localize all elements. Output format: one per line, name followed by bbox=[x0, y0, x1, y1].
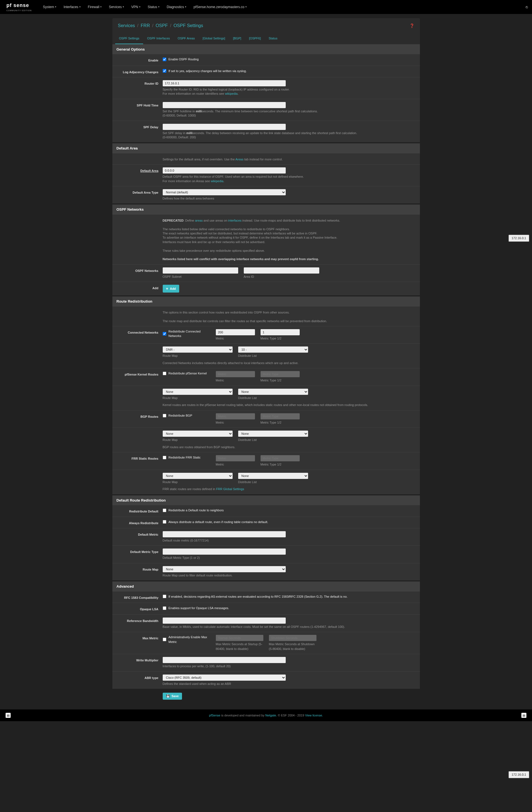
select-abr-type[interactable]: Cisco (RFC 3509, default) bbox=[163, 675, 286, 681]
logo-text: pf sense bbox=[6, 2, 29, 8]
tab-ospf-interfaces[interactable]: OSPF Interfaces bbox=[143, 33, 174, 44]
select-frr-distlist[interactable]: None bbox=[238, 473, 308, 479]
link-areas-tab[interactable]: Areas bbox=[235, 158, 244, 161]
save-button[interactable]: 💾Save bbox=[163, 693, 182, 700]
input-default-area[interactable] bbox=[163, 168, 286, 174]
desc-enable: Enable OSPF Routing bbox=[169, 57, 199, 62]
nav-diagnostics[interactable]: Diagnostics▾ bbox=[163, 1, 189, 13]
label-opaque-lsa: Opaque LSA bbox=[112, 606, 163, 612]
input-frr-mtype[interactable] bbox=[261, 455, 300, 461]
scroll-bottom-icon[interactable]: ▤ bbox=[521, 713, 527, 718]
link-frr-global[interactable]: FRR Global Settings bbox=[216, 487, 244, 491]
input-router-id[interactable] bbox=[163, 80, 286, 86]
input-write-multiplier[interactable] bbox=[163, 657, 286, 663]
input-spf-hold[interactable] bbox=[163, 102, 286, 108]
tab-ospf-areas[interactable]: OSPF Areas bbox=[174, 33, 199, 44]
input-conn-metric[interactable] bbox=[216, 329, 255, 335]
brand-logo[interactable]: pf sense COMMUNITY EDITION bbox=[4, 1, 34, 13]
label-default-area[interactable]: Default Area bbox=[112, 168, 163, 183]
checkbox-enable[interactable] bbox=[163, 58, 166, 61]
label-defroute-routemap: Route Map bbox=[112, 566, 163, 578]
add-network-button[interactable]: +Add bbox=[163, 285, 179, 292]
input-bgp-metric[interactable] bbox=[216, 413, 255, 419]
tab-ospf6[interactable]: [OSPF6] bbox=[245, 33, 265, 44]
crumb-ospf-settings[interactable]: OSPF Settings bbox=[174, 23, 203, 29]
select-bgp-distlist[interactable]: None bbox=[238, 431, 308, 437]
crumb-frr[interactable]: FRR bbox=[141, 23, 150, 29]
input-kernel-metric[interactable] bbox=[216, 371, 255, 377]
input-mm-shutdown[interactable] bbox=[269, 635, 316, 641]
checkbox-always-redist[interactable] bbox=[163, 520, 166, 524]
nav-interfaces[interactable]: Interfaces▾ bbox=[60, 1, 84, 13]
select-frr-routemap[interactable]: None bbox=[163, 473, 233, 479]
breadcrumb: Services/ FRR/ OSPF/ OSPF Settings ❓ bbox=[112, 18, 420, 33]
sublabel-routemap: Route Map bbox=[163, 353, 233, 358]
input-spf-delay[interactable] bbox=[163, 124, 286, 130]
input-default-metric[interactable] bbox=[163, 531, 286, 537]
label-log-adjacency: Log Adjacency Changes bbox=[112, 69, 163, 75]
checkbox-frr-static[interactable] bbox=[163, 456, 166, 459]
nav-system[interactable]: System▾ bbox=[40, 1, 59, 13]
link-wikipedia-area[interactable]: wikipedia bbox=[211, 179, 224, 183]
select-defroute-routemap[interactable]: None bbox=[163, 566, 286, 572]
link-netgate[interactable]: Netgate. bbox=[265, 714, 277, 717]
help-bgp: BGP routes are routes obtained from BGP … bbox=[163, 445, 414, 449]
input-ospf-subnet[interactable] bbox=[163, 267, 238, 274]
checkbox-max-metric[interactable] bbox=[163, 638, 166, 641]
help-icon[interactable]: ❓ bbox=[409, 23, 414, 29]
desc-log-adjacency: If set to yes, adjacency changes will be… bbox=[169, 69, 247, 73]
nav-firewall[interactable]: Firewall▾ bbox=[84, 1, 105, 13]
crumb-services[interactable]: Services bbox=[118, 23, 135, 29]
link-pfsense[interactable]: pfSense bbox=[209, 714, 220, 717]
help-default-area: Default OSPF area for this instance of O… bbox=[163, 175, 414, 183]
logout-icon[interactable]: ⎋ bbox=[526, 4, 528, 10]
label-default-metric: Default Metric bbox=[112, 531, 163, 542]
label-connected-networks: Connected Networks bbox=[112, 329, 163, 341]
select-kernel-distlist[interactable]: None bbox=[238, 389, 308, 395]
checkbox-opaque-lsa[interactable] bbox=[163, 606, 166, 610]
input-kernel-mtype[interactable] bbox=[261, 371, 300, 377]
label-spf-delay: SPF Delay bbox=[112, 124, 163, 140]
select-kernel-routemap[interactable]: None bbox=[163, 389, 233, 395]
checkbox-rfc1583[interactable] bbox=[163, 595, 166, 598]
nav-status[interactable]: Status▾ bbox=[144, 1, 163, 13]
link-interfaces[interactable]: interfaces bbox=[228, 219, 242, 222]
checkbox-kernel[interactable] bbox=[163, 372, 166, 375]
scroll-top-icon[interactable]: ▤ bbox=[5, 713, 11, 718]
checkbox-redist-default[interactable] bbox=[163, 509, 166, 512]
select-conn-routemap[interactable]: DNR - bbox=[163, 347, 233, 353]
panel-advanced: Advanced RFC 1583 Compatibility If enabl… bbox=[112, 581, 420, 689]
input-bgp-mtype[interactable] bbox=[261, 413, 300, 419]
checkbox-log-adjacency[interactable] bbox=[163, 69, 166, 73]
input-default-metric-type[interactable] bbox=[163, 549, 286, 555]
label-default-area-type: Default Area Type bbox=[112, 189, 163, 201]
nav-hostname[interactable]: pfSense.home.zerodaymasters.co▾ bbox=[190, 1, 250, 13]
link-view-license[interactable]: View license. bbox=[305, 714, 323, 717]
select-default-area-type[interactable]: Normal (default) bbox=[163, 189, 286, 195]
nav-services[interactable]: Services▾ bbox=[105, 1, 127, 13]
tab-bgp[interactable]: [BGP] bbox=[229, 33, 245, 44]
nav-vpn[interactable]: VPN▾ bbox=[128, 1, 144, 13]
input-frr-metric[interactable] bbox=[216, 455, 255, 461]
sublabel-metric: Metric bbox=[216, 336, 255, 341]
tooltip-ip-1: 172.16.0.1 bbox=[508, 235, 529, 242]
select-bgp-routemap[interactable]: None bbox=[163, 431, 233, 437]
help-router-id: Specify the Router ID. RID is the highes… bbox=[163, 87, 414, 96]
tab-status[interactable]: Status bbox=[265, 33, 281, 44]
input-conn-mtype[interactable] bbox=[261, 329, 300, 335]
select-conn-distlist[interactable]: 10 - bbox=[238, 347, 308, 353]
link-wikipedia-rid[interactable]: wikipedia bbox=[225, 92, 238, 95]
input-area-id[interactable] bbox=[244, 267, 319, 274]
help-default-area-type: Defines how the default area behaves bbox=[163, 197, 414, 201]
input-mm-startup[interactable] bbox=[216, 635, 263, 641]
help-frr-static: FRR static routes are routes defined in … bbox=[163, 487, 414, 491]
tab-global-settings[interactable]: [Global Settings] bbox=[199, 33, 229, 44]
checkbox-bgp[interactable] bbox=[163, 414, 166, 418]
tab-ospf-settings[interactable]: OSPF Settings bbox=[115, 33, 143, 44]
input-ref-bandwidth[interactable] bbox=[163, 618, 286, 624]
link-areas[interactable]: areas bbox=[195, 219, 203, 222]
desc-always-redist: Always distribute a default route, even … bbox=[169, 520, 268, 524]
crumb-ospf[interactable]: OSPF bbox=[156, 23, 168, 29]
checkbox-connected[interactable] bbox=[163, 332, 166, 336]
help-abr-type: Defines the standard used when acting as… bbox=[163, 682, 414, 686]
